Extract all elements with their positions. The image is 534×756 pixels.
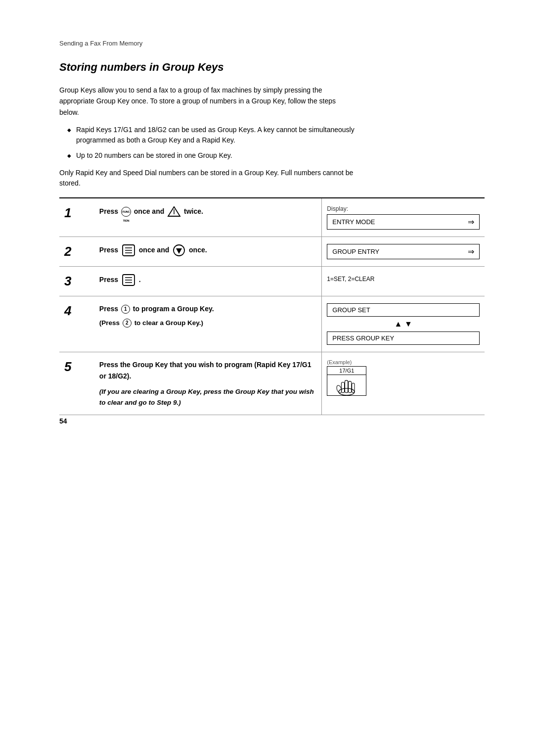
step-display-4: GROUP SET ▲ ▼ PRESS GROUP KEY [322,296,485,352]
steps-table: 1 Press FUNCTION once and twice. Display… [59,197,485,415]
key-2-icon: 2 [123,319,132,328]
function-key-icon: FUNCTION [121,207,131,217]
menu-key-icon-2 [122,274,135,286]
menu-key-icon [122,244,135,257]
step-row-1: 1 Press FUNCTION once and twice. Display… [59,198,485,237]
bullet-item: Up to 20 numbers can be stored in one Gr… [69,150,376,161]
display-group-set: GROUP SET [327,303,480,317]
step-5-note: (If you are clearing a Group Key, press … [99,386,317,408]
step-display-3: 1=SET, 2=CLEAR [322,267,485,296]
display-box-1: ENTRY MODE ⇒ [327,214,480,230]
note-text: Only Rapid Key and Speed Dial numbers ca… [59,168,366,189]
nav-up-icon [167,205,181,218]
step-number-4: 4 [59,296,94,352]
step-number-2: 2 [59,237,94,267]
nav-down-icon [172,244,186,257]
key-1-icon: 1 [121,305,130,314]
svg-marker-7 [176,248,182,254]
svg-rect-15 [349,381,352,393]
step-content-4: Press 1 to program a Group Key. (Press 2… [94,296,322,352]
display-press-group: PRESS GROUP KEY [327,331,480,345]
step-row-3: 3 Press . 1=SET, 2=CLEAR [59,267,485,296]
bullet-list: Rapid Keys 17/G1 and 18/G2 can be used a… [69,125,376,161]
display-text-3: 1=SET, 2=CLEAR [327,274,480,283]
display-arrows-4: ▲ ▼ [327,319,480,330]
step-row-4: 4 Press 1 to program a Group Key. (Press… [59,296,485,352]
page-number: 54 [59,417,67,425]
step-display-5: (Example) 17/G1 [322,352,485,415]
bullet-item: Rapid Keys 17/G1 and 18/G2 can be used a… [69,125,376,145]
step-display-1: Display: ENTRY MODE ⇒ [322,198,485,237]
page: Sending a Fax From Memory Storing number… [0,0,534,455]
display-arrow-2: ⇒ [468,247,474,256]
display-box-2: GROUP ENTRY ⇒ [327,244,480,259]
example-key-label: 17/G1 [327,367,366,375]
svg-rect-14 [345,380,348,393]
display-arrow-1: ⇒ [468,217,474,227]
breadcrumb: Sending a Fax From Memory [59,40,485,47]
step-display-2: GROUP ENTRY ⇒ [322,237,485,267]
step-content-2: Press once and once. [94,237,322,267]
example-label: (Example) [327,359,352,365]
step-content-3: Press . [94,267,322,296]
display-label-1: Display: [327,205,480,212]
step-number-1: 1 [59,198,94,237]
step-number-3: 3 [59,267,94,296]
hand-box: 17/G1 [327,366,366,396]
step-row-2: 2 Press once and [59,237,485,267]
display-stack-4: GROUP SET ▲ ▼ PRESS GROUP KEY [327,303,480,345]
step-content-5: Press the Group Key that you wish to pro… [94,352,322,415]
intro-text: Group Keys allow you to send a fax to a … [59,85,356,118]
step-row-5: 5 Press the Group Key that you wish to p… [59,352,485,415]
hand-example: (Example) 17/G1 [327,359,480,396]
step-content-1: Press FUNCTION once and twice. [94,198,322,237]
section-title: Storing numbers in Group Keys [59,61,485,74]
step-number-5: 5 [59,352,94,415]
hand-icon [332,376,361,395]
